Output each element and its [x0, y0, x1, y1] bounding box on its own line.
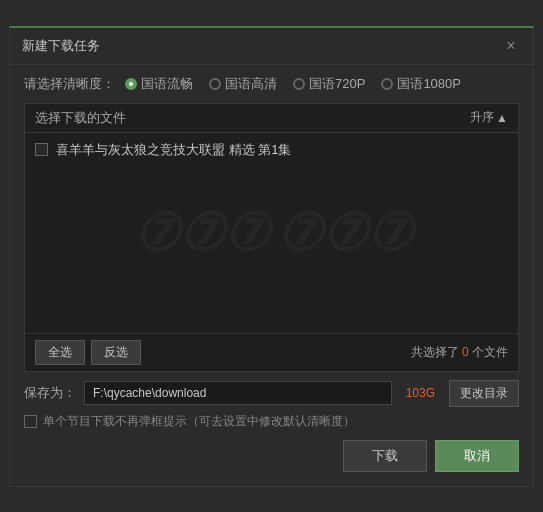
dialog-content: 请选择清晰度： 国语流畅 国语高清 国语720P 国语1080P: [10, 65, 533, 486]
title-bar: 新建下载任务 ×: [10, 28, 533, 65]
sort-label: 升序: [470, 109, 494, 126]
download-dialog: 新建下载任务 × 请选择清晰度： 国语流畅 国语高清 国语720P: [9, 26, 534, 487]
footer-buttons: 下载 取消: [24, 440, 519, 476]
file-name-0: 喜羊羊与灰太狼之竞技大联盟 精选 第1集: [56, 141, 291, 159]
save-path-input[interactable]: [84, 381, 392, 405]
radio-dot-720p: [293, 78, 305, 90]
file-panel-title: 选择下载的文件: [35, 109, 126, 127]
quality-label: 请选择清晰度：: [24, 75, 115, 93]
close-button[interactable]: ×: [501, 36, 521, 56]
file-panel: 选择下载的文件 升序 ▲ 喜羊羊与灰太狼之竞技大联盟 精选 第1集 ⑦⑦⑦ ⑦⑦…: [24, 103, 519, 372]
list-item: 喜羊羊与灰太狼之竞技大联盟 精选 第1集: [35, 139, 508, 161]
remind-checkbox[interactable]: [24, 415, 37, 428]
radio-dot-smooth: [125, 78, 137, 90]
selected-info-suffix: 个文件: [469, 345, 508, 359]
remind-row: 单个节目下载不再弹框提示（可去设置中修改默认清晰度）: [24, 413, 519, 430]
file-panel-header: 选择下载的文件 升序 ▲: [25, 104, 518, 133]
quality-option-720p[interactable]: 国语720P: [293, 75, 365, 93]
quality-option-1080p-label: 国语1080P: [397, 75, 461, 93]
select-all-button[interactable]: 全选: [35, 340, 85, 365]
save-row: 保存为： 103G 更改目录: [24, 380, 519, 407]
sort-button[interactable]: 升序 ▲: [470, 109, 508, 126]
radio-dot-1080p: [381, 78, 393, 90]
download-button[interactable]: 下载: [343, 440, 427, 472]
quality-row: 请选择清晰度： 国语流畅 国语高清 国语720P 国语1080P: [24, 75, 519, 93]
quality-option-smooth-label: 国语流畅: [141, 75, 193, 93]
dialog-title: 新建下载任务: [22, 37, 100, 55]
file-list: 喜羊羊与灰太狼之竞技大联盟 精选 第1集 ⑦⑦⑦ ⑦⑦⑦: [25, 133, 518, 333]
file-panel-bottom: 全选 反选 共选择了 0 个文件: [25, 333, 518, 371]
cancel-button[interactable]: 取消: [435, 440, 519, 472]
quality-option-smooth[interactable]: 国语流畅: [125, 75, 193, 93]
sort-icon: ▲: [496, 111, 508, 125]
watermark: ⑦⑦⑦ ⑦⑦⑦: [133, 203, 411, 263]
save-label: 保存为：: [24, 384, 76, 402]
selected-info-prefix: 共选择了: [411, 345, 462, 359]
watermark-text-1: ⑦⑦⑦: [133, 203, 268, 263]
quality-radio-group: 国语流畅 国语高清 国语720P 国语1080P: [125, 75, 461, 93]
change-dir-button[interactable]: 更改目录: [449, 380, 519, 407]
quality-option-1080p[interactable]: 国语1080P: [381, 75, 461, 93]
quality-option-720p-label: 国语720P: [309, 75, 365, 93]
file-checkbox-0[interactable]: [35, 143, 48, 156]
file-action-buttons: 全选 反选: [35, 340, 141, 365]
selected-info: 共选择了 0 个文件: [411, 344, 508, 361]
quality-option-hd-label: 国语高清: [225, 75, 277, 93]
disk-info: 103G: [406, 386, 435, 400]
selected-count: 0: [462, 345, 469, 359]
remind-text: 单个节目下载不再弹框提示（可去设置中修改默认清晰度）: [43, 413, 355, 430]
watermark-text-2: ⑦⑦⑦: [276, 203, 411, 263]
radio-dot-hd: [209, 78, 221, 90]
quality-option-hd[interactable]: 国语高清: [209, 75, 277, 93]
invert-select-button[interactable]: 反选: [91, 340, 141, 365]
